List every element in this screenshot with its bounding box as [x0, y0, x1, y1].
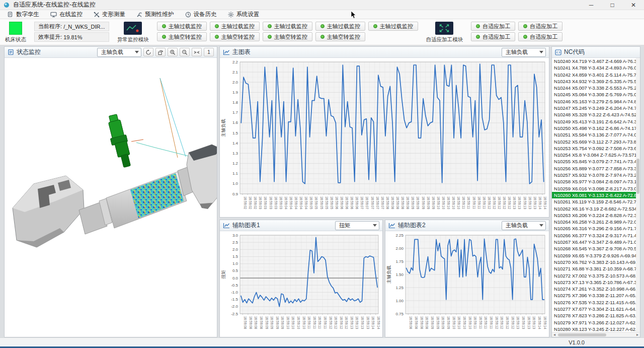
spindle-idle-monitor-button-2[interactable]: 主轴空转监控: [210, 32, 260, 41]
adaptive-machining-button-2[interactable]: 自适应加工: [518, 22, 562, 31]
svg-text:16:59:12: 16:59:12: [329, 316, 333, 329]
nc-code-line[interactable]: N10273 X7.13 Y-3.365 Z-10.786 A-67.372: [552, 279, 640, 286]
nc-code-line[interactable]: N10271 X6.88 Y-3.381 Z-10.359 A-68.711: [552, 265, 640, 272]
spindle-overload-monitor-button-1[interactable]: 主轴过载监控: [157, 22, 207, 31]
nc-code-line[interactable]: N10274 X7.261 Y-3.352 Z-10.998 A-66.67: [552, 286, 640, 292]
menu-item-predictive-maintenance[interactable]: 预测性维护: [131, 10, 180, 19]
anomaly-module-icon[interactable]: [124, 22, 142, 35]
nc-code-line[interactable]: N10276 X7.535 Y-3.322 Z-11.415 A-65.22: [552, 299, 640, 306]
nc-code-line[interactable]: N10279 X7.971 Y-3.266 Z-12.027 A-62.98: [552, 319, 640, 326]
nc-code-line[interactable]: N10266 X6.377 Y-3.324 Z-9.317 A-71.443: [552, 232, 640, 239]
nc-code-line[interactable]: N10243 X4.932 Y-3.369 Z-5.335 A-75.523: [552, 78, 640, 85]
nc-code-line[interactable]: N10241 X4.788 Y-3.434 Z-4.893 A-76.062: [552, 64, 640, 71]
nc-code-line[interactable]: N10245 X5.084 Y-3.308 Z-5.769 A-75.088: [552, 91, 640, 98]
spindle-idle-monitor-button-4[interactable]: 主轴空转监控: [315, 32, 365, 41]
svg-text:16:59:13: 16:59:13: [532, 316, 536, 329]
status-dot-icon: [215, 24, 219, 28]
svg-text:16:59:03: 16:59:03: [279, 196, 283, 210]
nc-code-line[interactable]: N10265 X6.316 Y-3.296 Z-9.156 A-71.771: [552, 225, 640, 232]
nc-code-line[interactable]: N10267 X6.447 Y-3.347 Z-9.489 A-71.055: [552, 239, 640, 245]
nc-code-line[interactable]: N10253 X5.754 Y-3.092 Z-7.508 A-73.677: [552, 145, 640, 152]
zoom-in-button[interactable]: [168, 48, 178, 56]
nc-vertical-scrollbar[interactable]: [636, 58, 640, 332]
spindle-overload-monitor-button-4[interactable]: 主轴过载监控: [315, 22, 365, 31]
nc-code-line[interactable]: N10256 X5.889 Y-3.077 Z-7.858 A-73.348: [552, 165, 640, 172]
nc-code-line[interactable]: N10262 X6.16 Y-3.19 Z-8.682 A-72.534 C: [552, 205, 640, 212]
nc-code-line[interactable]: N10261 X6.119 Y-3.159 Z-8.546 A-72.701: [552, 198, 640, 205]
maximize-button[interactable]: □: [602, 0, 623, 10]
nc-code-line[interactable]: N10242 X4.859 Y-3.401 Z-5.114 A-75.775: [552, 72, 640, 78]
zoom-out-button[interactable]: [180, 48, 190, 56]
menu-item-deform-measure[interactable]: 变形测量: [88, 10, 131, 19]
status-dot-icon: [215, 35, 219, 39]
menu-item-digital-twin[interactable]: 数字孪生: [2, 10, 45, 19]
adaptive-module-icon[interactable]: [435, 22, 453, 35]
menu-item-online-monitor[interactable]: 在线监控: [45, 10, 88, 19]
menu-item-device-history[interactable]: 设备历史: [180, 10, 222, 19]
menu-item-system-settings[interactable]: 系统设置: [222, 10, 265, 19]
nc-code-line[interactable]: N10251 X5.584 Y-3.136 Z-7.077 A-74.012: [552, 131, 640, 138]
nc-code-line[interactable]: N10257 X5.932 Y-3.078 Z-7.974 A-73.243: [552, 172, 640, 178]
left-metric-dropdown[interactable]: 主轴负载: [97, 48, 141, 57]
nc-code-line[interactable]: N10249 X5.413 Y-3.191 Z-6.642 A-74.346: [552, 118, 640, 125]
scrollbar-thumb[interactable]: [636, 159, 639, 194]
nc-code-line[interactable]: N10268 X6.545 Y-3.367 Z-9.708 A-70.519: [552, 245, 640, 252]
adaptive-machining-b-button-1[interactable]: 自适应加工: [471, 32, 515, 41]
aux-chart1-plot: -2.5-2.0-1.5-1.0-0.50.00.51.01.52.02.53.…: [220, 231, 382, 337]
rotate-view-button[interactable]: [155, 48, 166, 56]
nc-code-line[interactable]: N10246 X5.163 Y-3.279 Z-5.984 A-74.892: [552, 98, 640, 105]
svg-text:16:59:09: 16:59:09: [431, 316, 434, 329]
nc-code-line[interactable]: N10275 X7.396 Y-3.338 Z-11.207 A-65.95: [552, 292, 640, 299]
svg-text:16:59:03: 16:59:03: [264, 196, 267, 210]
svg-text:16:59:10: 16:59:10: [442, 196, 445, 210]
minimize-button[interactable]: ─: [581, 0, 602, 10]
reset-view-button[interactable]: [143, 48, 153, 56]
spindle-idle-monitor-button-3[interactable]: 主轴空转监控: [263, 32, 312, 41]
adaptive-machining-b-button-2[interactable]: 自适应加工: [518, 32, 562, 41]
scrollbar-thumb[interactable]: [558, 333, 606, 336]
nc-code-line[interactable]: N10248 X5.328 Y-3.22 Z-6.423 A-74.52 C: [552, 111, 640, 118]
nc-code-line[interactable]: N10269 X6.65 Y-3.379 Z-9.926 A-69.947 C: [552, 252, 640, 259]
svg-text:16:59:13: 16:59:13: [355, 316, 359, 329]
nc-code-line[interactable]: N10278 X7.823 Y-3.286 Z-11.825 A-63.73: [552, 312, 640, 319]
nc-code-line[interactable]: N10280 X8.123 Y-3.245 Z-12.227 A-62.23: [552, 326, 640, 332]
nc-code-line[interactable]: N10258 X5.977 Y-3.084 Z-8.097 A-73.138: [552, 178, 640, 185]
nc-code-line[interactable]: N10247 X5.245 Y-3.249 Z-6.204 A-74.701: [552, 105, 640, 111]
view-1-button[interactable]: 1: [204, 48, 214, 56]
nc-code-line[interactable]: N10244 X5.007 Y-3.338 Z-5.553 A-75.297: [552, 85, 640, 91]
spindle-idle-monitor-button-1[interactable]: 主轴空转监控: [157, 32, 207, 41]
machine-3d-viewport[interactable]: [5, 58, 217, 337]
nc-code-line[interactable]: N10260 X6.081 Y-3.133 Z-8.422 A-72.835: [552, 192, 640, 198]
menu-item-label: 在线监控: [59, 11, 83, 18]
spindle-overload-monitor-button-2[interactable]: 主轴过载监控: [210, 22, 260, 31]
aux-chart2-plot: 0.751.001.251.501.752.002.2516:59:0816:5…: [385, 231, 549, 337]
nc-code-line[interactable]: N10277 X7.677 Y-3.304 Z-11.621 A-64.48: [552, 306, 640, 312]
nc-code-line[interactable]: N10259 X6.016 Y-3.098 Z-8.217 A-73.036: [552, 185, 640, 192]
spindle-overload-monitor-button-3[interactable]: 主轴过载监控: [263, 22, 312, 31]
panel-title: 辅助图表1: [232, 221, 260, 230]
aux-chart2-metric-dropdown[interactable]: 主轴负载: [502, 221, 546, 230]
nc-code-line[interactable]: N10255 X5.845 Y-3.079 Z-7.741 A-73.458: [552, 158, 640, 165]
adaptive-machining-button-1[interactable]: 自适应加工: [471, 22, 515, 31]
svg-text:16:59:08: 16:59:08: [396, 196, 399, 210]
nc-code-line[interactable]: N10240 X4.719 Y-3.467 Z-4.669 A-76.396: [552, 58, 640, 64]
nc-code-line[interactable]: N10264 X6.258 Y-3.261 Z-8.989 A-72.072: [552, 219, 640, 225]
aux-chart1-metric-dropdown[interactable]: 扭矩: [335, 221, 379, 230]
scroll-left-arrow-icon[interactable]: ◂: [552, 332, 557, 337]
svg-text:16:59:09: 16:59:09: [441, 316, 445, 329]
scroll-right-arrow-icon[interactable]: ▸: [635, 332, 640, 337]
main-chart-metric-dropdown[interactable]: 主轴负载: [502, 48, 546, 57]
fit-view-button[interactable]: [192, 48, 202, 56]
nc-code-line[interactable]: N10252 X5.669 Y-3.112 Z-7.293 A-73.844: [552, 138, 640, 145]
spindle-overload-monitor-button-5[interactable]: 主轴过载监控: [368, 22, 418, 31]
nc-code-line[interactable]: N10270 X6.762 Y-3.383 Z-10.143 A-69.34: [552, 259, 640, 265]
nc-code-line[interactable]: N10254 X5.8 Y-3.084 Z-7.625 A-73.571 C: [552, 152, 640, 158]
menu-item-label: 数字孪生: [16, 11, 39, 18]
nc-code-line[interactable]: N10263 X6.206 Y-3.224 Z-8.828 A-72.33 C: [552, 212, 640, 219]
nc-code-line[interactable]: N10250 X5.498 Y-3.162 Z-6.86 A-74.178 C: [552, 125, 640, 131]
svg-text:16:59:11: 16:59:11: [482, 196, 486, 209]
nc-horizontal-scrollbar[interactable]: ◂ ▸: [552, 332, 640, 337]
nc-code-line[interactable]: N10272 X7.002 Y-3.375 Z-10.573 A-68.05: [552, 272, 640, 279]
svg-text:16:59:14: 16:59:14: [538, 196, 542, 210]
close-button[interactable]: ✕: [623, 0, 644, 10]
